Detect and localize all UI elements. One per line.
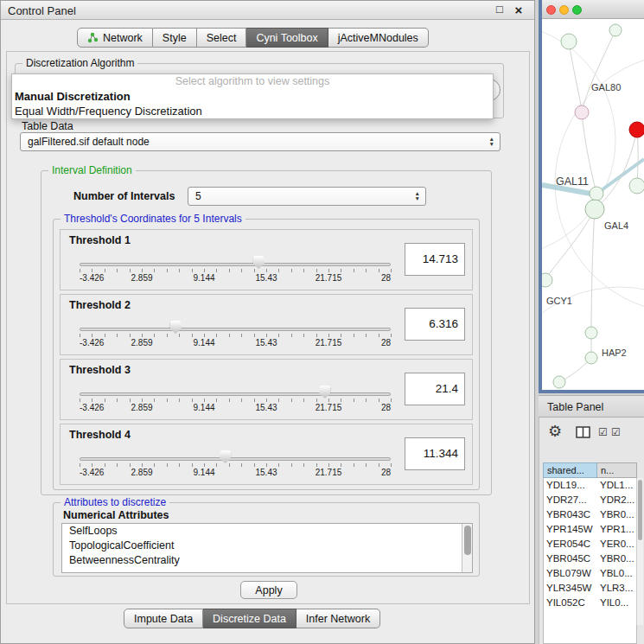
threshold-4-value-field[interactable]: 11.344 (405, 437, 465, 470)
cell: YIL052C (544, 596, 597, 610)
slider-track (80, 392, 391, 396)
scrollbar-thumb[interactable] (464, 526, 471, 555)
cell: YDL1... (597, 478, 636, 493)
list-scrollbar[interactable] (462, 524, 472, 572)
network-node[interactable] (585, 327, 597, 339)
network-node[interactable] (585, 352, 597, 364)
top-tab-bar: Network Style Select Cyni Toolbox jActiv… (77, 28, 429, 48)
threshold-4-slider[interactable]: -3.4262.859 9.14415.43 21.71528 (80, 449, 391, 483)
list-item[interactable]: TopologicalCoefficient (62, 539, 472, 553)
minimize-traffic-light-icon[interactable] (559, 5, 569, 15)
tab-style[interactable]: Style (153, 28, 197, 48)
threshold-2-slider-thumb[interactable] (170, 321, 182, 334)
apply-button[interactable]: Apply (240, 581, 297, 599)
cell: YLR345W (544, 581, 597, 596)
list-item[interactable]: BetweennessCentrality (62, 553, 472, 568)
cell: YDR27... (544, 493, 597, 507)
number-of-intervals-value: 5 (195, 190, 201, 202)
algorithm-group-title: Discretization Algorithm (22, 57, 137, 69)
close-traffic-light-icon[interactable] (546, 5, 556, 15)
option-equal-width-frequency[interactable]: Equal Width/Frequency Discretization (12, 104, 493, 118)
tab-impute-data[interactable]: Impute Data (124, 609, 203, 628)
table-row[interactable]: YBR045C YBR0... (544, 552, 636, 566)
zoom-traffic-light-icon[interactable] (572, 5, 582, 15)
network-graph: GAL80 GAL11 GAL4 GCY1 HAP2 (542, 19, 644, 390)
slider-ticks (80, 269, 392, 272)
tab-impute-data-label: Impute Data (134, 613, 193, 625)
threshold-4-slider-thumb[interactable] (220, 450, 231, 463)
number-of-intervals-label: Number of Intervals (73, 190, 175, 202)
tab-discretize-data-label: Discretize Data (213, 613, 286, 625)
network-icon (87, 32, 99, 43)
cell: YBR043C (544, 507, 597, 522)
slider-ticks (80, 334, 392, 337)
table-row[interactable]: YBR043C YBR0... (544, 507, 636, 522)
edit-checkbox-icon[interactable]: ☑ (611, 426, 621, 438)
network-node[interactable] (585, 200, 604, 219)
option-manual-discretization[interactable]: Manual Discretization (12, 89, 493, 104)
cell: YER0... (597, 537, 636, 552)
combo-stepper-icon: ▲▼ (415, 191, 420, 201)
threshold-3-slider-thumb[interactable] (319, 386, 330, 399)
network-node[interactable] (609, 24, 622, 36)
network-canvas[interactable]: GAL80 GAL11 GAL4 GCY1 HAP2 (542, 19, 644, 390)
cell: YIL0... (597, 596, 636, 610)
threshold-1-value-field[interactable]: 14.713 (405, 243, 465, 276)
threshold-1-panel: Threshold 1 14.713 -3.4262.859 9.14415.4… (60, 229, 473, 290)
tab-infer-network[interactable]: Infer Network (296, 609, 380, 628)
tab-cyni-toolbox[interactable]: Cyni Toolbox (246, 28, 328, 48)
tab-select[interactable]: Select (197, 28, 247, 48)
columns-icon[interactable] (576, 426, 590, 438)
cell: YBR0... (597, 507, 636, 522)
table-row[interactable]: YPR145W YPR1... (544, 522, 636, 537)
table-row[interactable]: YER054C YER0... (544, 537, 636, 552)
column-header-shared-name[interactable]: shared... (543, 462, 597, 478)
slider-track (80, 328, 391, 331)
cell: YDR2... (597, 493, 636, 507)
threshold-1-slider-thumb[interactable] (253, 256, 265, 269)
network-node[interactable] (542, 273, 552, 287)
network-node[interactable] (575, 105, 589, 119)
table-row[interactable]: YDL19... YDL1... (544, 478, 636, 493)
table-row[interactable]: YBL079W YBL0... (544, 566, 636, 581)
bottom-tab-bar: Impute Data Discretize Data Infer Networ… (124, 609, 380, 628)
node-label: GCY1 (546, 296, 572, 306)
table-scrollbar[interactable] (636, 478, 643, 625)
gear-icon[interactable]: ⚙ (548, 422, 562, 441)
table-row[interactable]: YIL052C YIL0... (544, 596, 636, 610)
threshold-2-slider[interactable]: -3.4262.859 9.14415.43 21.71528 (80, 319, 391, 354)
close-window-icon[interactable]: × (512, 3, 526, 17)
table-row[interactable]: YDR27... YDR2... (544, 493, 636, 507)
network-node[interactable] (629, 178, 644, 194)
tab-jactivemnodules[interactable]: jActiveMNodules (328, 28, 429, 48)
column-header-name[interactable]: n... (597, 462, 637, 478)
network-node[interactable] (553, 376, 565, 388)
threshold-1-slider[interactable]: -3.4262.859 9.14415.43 21.71528 (80, 254, 391, 289)
network-node[interactable] (590, 187, 603, 201)
algorithm-dropdown-popup: Select algorithm to view settings Manual… (11, 73, 494, 119)
threshold-3-value-field[interactable]: 21.4 (405, 373, 465, 405)
threshold-3-slider[interactable]: -3.4262.859 9.14415.43 21.71528 (80, 384, 391, 418)
cell: YLR3... (597, 581, 636, 596)
tab-select-label: Select (207, 32, 237, 44)
slider-scale: -3.4262.859 9.14415.43 21.71528 (80, 403, 391, 413)
cell: YPR145W (544, 522, 597, 537)
table-data-combobox[interactable]: galFiltered.sif default node ▲▼ (20, 132, 501, 151)
table-row[interactable]: YLR345W YLR3... (544, 581, 636, 596)
node-label: GAL11 (556, 175, 589, 188)
show-all-checkbox-icon[interactable]: ☑ (598, 426, 608, 438)
tab-network[interactable]: Network (77, 28, 153, 48)
network-node[interactable] (561, 34, 577, 49)
float-window-icon[interactable]: □ (493, 3, 507, 16)
threshold-2-value-field[interactable]: 6.316 (405, 308, 465, 341)
number-of-intervals-combobox[interactable]: 5 ▲▼ (188, 187, 426, 206)
slider-ticks (80, 463, 392, 467)
scrollbar-thumb[interactable] (638, 480, 642, 540)
thresholds-group-title: Threshold's Coordinates for 5 Intervals (61, 213, 245, 225)
tab-discretize-data[interactable]: Discretize Data (203, 609, 296, 628)
slider-scale: -3.4262.859 9.14415.43 21.71528 (80, 468, 391, 478)
list-item[interactable]: SelfLoops (62, 524, 472, 539)
selected-network-node[interactable] (629, 122, 644, 137)
cell: YPR1... (597, 522, 636, 537)
table-panel-title: Table Panel (547, 401, 603, 413)
